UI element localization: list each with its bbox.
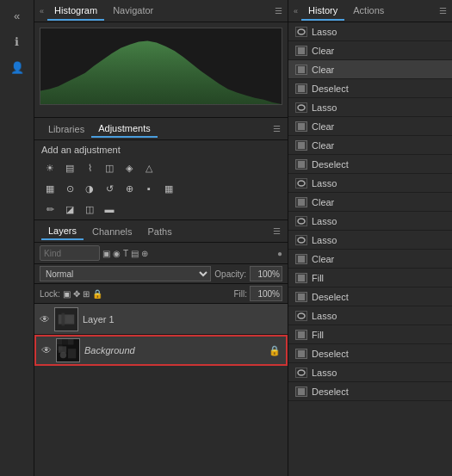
- history-item[interactable]: Lasso: [288, 231, 452, 250]
- svg-rect-16: [298, 85, 305, 92]
- history-item[interactable]: Lasso: [288, 363, 452, 382]
- lock-pixels-icon[interactable]: ▣: [63, 289, 71, 299]
- colorbalance-icon[interactable]: ▦: [41, 180, 59, 197]
- history-item[interactable]: Lasso: [288, 212, 452, 231]
- channelmixer-icon[interactable]: ⊕: [121, 180, 138, 197]
- deselect-history-icon: [295, 83, 307, 94]
- brightness-icon[interactable]: ☀: [41, 159, 59, 176]
- history-item-label: Clear: [312, 197, 334, 207]
- exposure-icon[interactable]: ◫: [101, 159, 118, 176]
- filter-attr-icon[interactable]: ▤: [131, 249, 139, 258]
- history-item[interactable]: Fill: [288, 269, 452, 287]
- opacity-input[interactable]: [250, 266, 282, 281]
- history-item-label: Lasso: [312, 368, 337, 378]
- deselect-history-icon: [295, 349, 307, 359]
- history-tab[interactable]: History: [301, 2, 344, 21]
- adjustments-tab[interactable]: Adjustments: [91, 121, 158, 138]
- history-item[interactable]: Lasso: [288, 174, 452, 193]
- curves-icon[interactable]: ⌇: [81, 159, 98, 176]
- deselect-history-icon: [295, 159, 307, 170]
- histogram-collapse-icon[interactable]: «: [40, 7, 44, 15]
- adjustment-icons-row-2: ▦ ⊙ ◑ ↺ ⊕ ▪ ▦: [34, 178, 288, 199]
- layers-lock-row: Lock: ▣ ✥ ⊞ 🔒 Fill:: [34, 284, 288, 304]
- person-icon[interactable]: 👤: [4, 55, 30, 79]
- layers-blend-row: Normal Opacity:: [34, 264, 288, 284]
- layers-search-input[interactable]: [40, 245, 100, 261]
- opacity-label: Opacity:: [214, 269, 246, 279]
- history-item[interactable]: Clear: [288, 60, 452, 79]
- svg-point-17: [298, 105, 305, 110]
- channels-tab[interactable]: Channels: [85, 224, 139, 239]
- photofilter-icon[interactable]: ↺: [101, 180, 118, 197]
- history-item[interactable]: Deselect: [288, 155, 452, 174]
- navigator-tab[interactable]: Navigator: [106, 2, 160, 21]
- history-item[interactable]: Lasso: [288, 306, 452, 325]
- history-item[interactable]: Lasso: [288, 22, 452, 41]
- selectivecolor-icon[interactable]: ▬: [101, 201, 118, 218]
- layer-item-layer1[interactable]: 👁 Layer 1: [34, 304, 288, 335]
- adjustments-menu-icon[interactable]: ☰: [273, 124, 281, 133]
- clear-history-icon: [295, 254, 307, 264]
- grid-icon[interactable]: ▦: [160, 180, 177, 197]
- threshold-icon[interactable]: ◫: [81, 201, 98, 218]
- filter-color-icon[interactable]: ⊕: [141, 249, 148, 258]
- vibrance-icon[interactable]: ◈: [121, 159, 138, 176]
- posterize-icon[interactable]: ◪: [61, 201, 78, 218]
- info-icon[interactable]: ℹ: [4, 29, 30, 53]
- history-item[interactable]: Clear: [288, 193, 452, 212]
- lock-all-icon[interactable]: 🔒: [92, 289, 102, 299]
- layers-panel: Layers Channels Paths ☰ ▣ ◉ T ▤ ⊕ ● Norm…: [34, 219, 288, 476]
- layers-tab[interactable]: Layers: [41, 223, 84, 240]
- invert-icon[interactable]: ✏: [41, 201, 59, 218]
- svg-rect-20: [298, 161, 305, 168]
- actions-tab[interactable]: Actions: [346, 2, 391, 21]
- filter-type-icon[interactable]: ▣: [102, 249, 110, 258]
- hue-icon[interactable]: △: [140, 159, 158, 176]
- right-panels: « History Actions ☰ LassoClearClearDesel…: [288, 0, 452, 476]
- lock-move-icon[interactable]: ✥: [73, 289, 80, 299]
- history-item[interactable]: Deselect: [288, 287, 452, 306]
- history-item[interactable]: Lasso: [288, 98, 452, 117]
- history-item[interactable]: Clear: [288, 117, 452, 136]
- blackwhite-icon[interactable]: ◑: [81, 180, 98, 197]
- history-item[interactable]: Clear: [288, 136, 452, 155]
- layers-toolbar: ▣ ◉ T ▤ ⊕ ●: [34, 243, 288, 264]
- deselect-history-icon: [295, 386, 307, 397]
- layers-list: 👁 Layer 1 👁: [34, 304, 288, 476]
- collapse-icon[interactable]: «: [4, 3, 30, 28]
- levels-icon[interactable]: ▤: [61, 159, 78, 176]
- filter-effect-icon[interactable]: ◉: [113, 249, 121, 258]
- brightness2-icon[interactable]: ⊙: [61, 180, 78, 197]
- layer-item-background[interactable]: 👁 Background: [34, 335, 288, 366]
- background-lock-icon[interactable]: 🔒: [269, 345, 281, 356]
- histogram-menu-icon[interactable]: ☰: [275, 6, 282, 15]
- history-item[interactable]: Deselect: [288, 382, 452, 401]
- filter-toggle-icon[interactable]: ●: [277, 249, 282, 258]
- clear-history-icon: [295, 140, 307, 151]
- history-item[interactable]: Deselect: [288, 344, 452, 363]
- filter-mode-icon[interactable]: T: [123, 249, 128, 258]
- layers-menu-icon[interactable]: ☰: [273, 226, 281, 236]
- history-item-label: Deselect: [312, 349, 349, 359]
- fill-input[interactable]: [250, 286, 282, 301]
- history-item-label: Lasso: [312, 235, 337, 245]
- history-item[interactable]: Fill: [288, 325, 452, 344]
- fill-label: Fill:: [233, 289, 247, 299]
- background-visibility-icon[interactable]: 👁: [41, 344, 52, 356]
- history-item-label: Deselect: [312, 159, 349, 170]
- layer1-visibility-icon[interactable]: 👁: [40, 313, 50, 325]
- lock-artboards-icon[interactable]: ⊞: [83, 289, 90, 299]
- histogram-tab[interactable]: Histogram: [47, 2, 104, 21]
- histogram-panel-header: « Histogram Navigator ☰: [34, 0, 288, 22]
- blend-mode-select[interactable]: Normal: [40, 266, 211, 281]
- history-item[interactable]: Clear: [288, 41, 452, 60]
- svg-rect-19: [298, 142, 305, 149]
- history-collapse-icon[interactable]: «: [294, 7, 298, 15]
- paths-tab[interactable]: Paths: [141, 224, 179, 239]
- history-item[interactable]: Clear: [288, 250, 452, 269]
- history-item[interactable]: Deselect: [288, 79, 452, 98]
- libraries-tab[interactable]: Libraries: [41, 121, 91, 137]
- history-menu-icon[interactable]: ☰: [439, 6, 447, 15]
- colorlookup-icon[interactable]: ▪: [140, 180, 158, 197]
- adjustment-icons-row-1: ☀ ▤ ⌇ ◫ ◈ △: [34, 158, 288, 178]
